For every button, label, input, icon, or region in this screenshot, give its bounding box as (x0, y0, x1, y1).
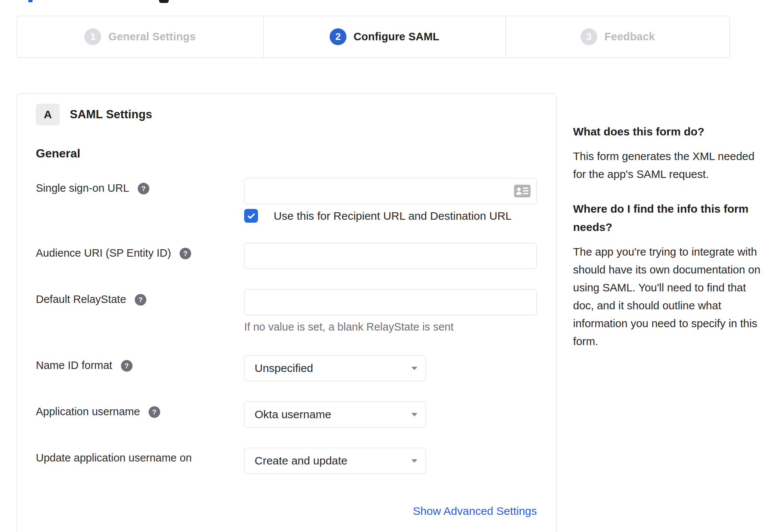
help-icon[interactable]: ? (180, 248, 191, 259)
help-icon[interactable]: ? (138, 183, 149, 194)
recipient-url-checkbox-row: Use this for Recipient URL and Destinati… (244, 209, 537, 223)
help-sidebar: What does this form do? This form genera… (573, 122, 762, 350)
relaystate-hint-text: If no value is set, a blank RelayState i… (244, 321, 537, 333)
select-value: Create and update (255, 454, 348, 467)
step-configure-saml[interactable]: 2 Configure SAML (263, 16, 506, 57)
section-title: SAML Settings (70, 108, 152, 121)
clipped-header-fragment (28, 0, 32, 2)
help-body: The app you're trying to integrate with … (573, 243, 762, 350)
wizard-stepper: 1 General Settings 2 Configure SAML 3 Fe… (17, 16, 730, 58)
help-heading: What does this form do? (573, 122, 762, 141)
section-letter-badge: A (36, 104, 60, 125)
audience-uri-input[interactable] (244, 243, 537, 269)
help-section-where: Where do I find the info this form needs… (573, 200, 762, 350)
field-label: Application username ? (36, 401, 244, 418)
name-id-format-select[interactable]: Unspecified (244, 355, 426, 381)
field-row-audience-uri: Audience URI (SP Entity ID) ? (36, 243, 537, 269)
step-label: Configure SAML (354, 31, 439, 43)
help-icon[interactable]: ? (135, 294, 146, 306)
help-body: This form generates the XML needed for t… (573, 147, 762, 183)
field-row-default-relaystate: Default RelayState ? If no value is set,… (36, 289, 537, 333)
field-label-text: Name ID format (36, 359, 112, 372)
step-feedback[interactable]: 3 Feedback (506, 16, 729, 57)
field-row-update-application-username: Update application username on Create an… (36, 448, 537, 474)
chevron-down-icon (411, 413, 417, 416)
recipient-url-checkbox[interactable] (244, 209, 258, 223)
field-row-application-username: Application username ? Okta username (36, 401, 537, 428)
show-advanced-settings-link[interactable]: Show Advanced Settings (413, 505, 537, 517)
select-value: Okta username (255, 408, 331, 421)
help-heading: Where do I find the info this form needs… (573, 200, 762, 236)
field-label: Audience URI (SP Entity ID) ? (36, 243, 244, 259)
field-label: Default RelayState ? (36, 289, 244, 306)
field-label: Single sign-on URL ? (36, 178, 244, 194)
step-label: General Settings (108, 31, 196, 43)
field-label-text: Application username (36, 406, 140, 418)
field-row-name-id-format: Name ID format ? Unspecified (36, 355, 537, 381)
help-icon[interactable]: ? (149, 406, 160, 418)
step-label: Feedback (604, 31, 655, 43)
chevron-down-icon (411, 459, 417, 463)
step-general-settings[interactable]: 1 General Settings (17, 16, 263, 57)
update-username-on-select[interactable]: Create and update (244, 448, 426, 474)
saml-settings-panel: A SAML Settings General Single sign-on U… (17, 93, 557, 532)
field-label-text: Single sign-on URL (36, 182, 129, 194)
group-heading-general: General (36, 147, 537, 160)
checkbox-label[interactable]: Use this for Recipient URL and Destinati… (274, 210, 512, 222)
field-label: Name ID format ? (36, 355, 244, 372)
default-relaystate-input[interactable] (244, 289, 537, 315)
field-label-text: Audience URI (SP Entity ID) (36, 247, 171, 259)
step-number-badge: 1 (84, 28, 101, 45)
help-icon[interactable]: ? (121, 360, 133, 372)
single-sign-on-url-input[interactable] (244, 178, 537, 204)
field-label-text: Default RelayState (36, 293, 126, 306)
select-value: Unspecified (255, 362, 313, 375)
contact-card-icon[interactable] (514, 185, 530, 197)
clipped-header-fragment (159, 0, 169, 3)
step-number-badge: 3 (581, 28, 597, 45)
chevron-down-icon (411, 367, 417, 370)
field-label-text: Update application username on (36, 452, 192, 464)
field-label: Update application username on (36, 448, 244, 464)
application-username-select[interactable]: Okta username (244, 401, 426, 428)
field-row-single-sign-on-url: Single sign-on URL ? (36, 178, 537, 223)
step-number-badge: 2 (330, 28, 346, 45)
help-section-what: What does this form do? This form genera… (573, 122, 762, 183)
section-header: A SAML Settings (36, 104, 537, 125)
